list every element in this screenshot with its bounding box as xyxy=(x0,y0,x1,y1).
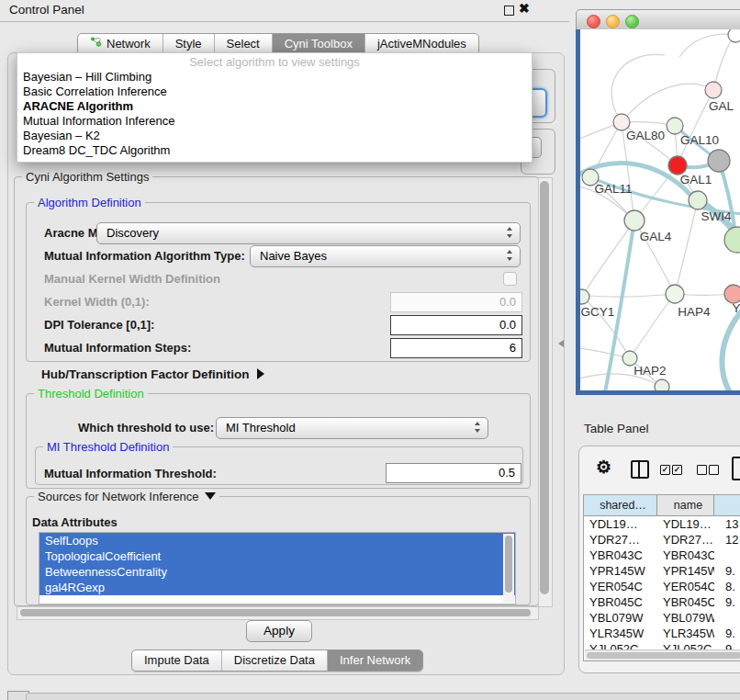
network-edge[interactable] xyxy=(630,294,675,358)
table-row[interactable]: YBR045CYBR045C9. xyxy=(584,594,740,610)
algorithm-option-dream8-dc-tdc-algorithm[interactable]: Dream8 DC_TDC Algorithm xyxy=(17,143,532,158)
attribute-item-betweennesscentrality[interactable]: BetweennessCentrality xyxy=(39,564,515,580)
list-scrollbar-thumb[interactable] xyxy=(505,536,512,593)
network-icon xyxy=(90,34,102,54)
table-row[interactable]: YBR043CYBR043C xyxy=(584,548,740,563)
network-canvas[interactable]: GALGAL80GAL10GAL1GAL11SWI4GAL4GCY1HAP4YH… xyxy=(576,29,740,395)
network-node-gal1[interactable] xyxy=(668,156,687,175)
table-row[interactable]: YDL19…YDL19…13 xyxy=(584,516,740,532)
minimize-traffic-light-icon[interactable] xyxy=(606,15,620,28)
checked-box-icon[interactable]: ✓ xyxy=(660,465,670,475)
attribute-item-gal4rgexp[interactable]: gal4RGexp xyxy=(39,580,515,595)
network-node-swi4[interactable] xyxy=(689,191,707,209)
table-row[interactable]: YJL052CYJL052C9 xyxy=(584,641,740,649)
mi-threshold-field[interactable]: 0.5 xyxy=(386,463,521,483)
attribute-item-selfloops[interactable]: SelfLoops xyxy=(39,533,515,548)
tab-select[interactable]: Select xyxy=(214,34,272,54)
settings-vertical-scrollbar-thumb[interactable] xyxy=(540,181,549,594)
column-header-col3[interactable] xyxy=(714,495,740,515)
network-view-window: GALGAL80GAL10GAL1GAL11SWI4GAL4GCY1HAP4YH… xyxy=(576,9,740,395)
control-panel-titlebar: Control Panel ✖ xyxy=(0,0,569,22)
algorithm-option-bayesian-hill-climbing[interactable]: Bayesian – Hill Climbing xyxy=(17,70,532,85)
column-header-name[interactable]: name xyxy=(657,495,714,515)
network-edge[interactable] xyxy=(580,294,675,297)
screen: Control Panel ✖ NetworkStyleSelectCyni T… xyxy=(0,0,740,700)
tab-jactivemnodules[interactable]: jActiveMNodules xyxy=(364,34,478,54)
which-threshold-select[interactable]: MI Threshold xyxy=(216,417,488,439)
table-row[interactable]: YLR345WYLR345W9. xyxy=(584,626,740,641)
network-node-gal[interactable] xyxy=(705,82,722,98)
table-horizontal-scrollbar[interactable] xyxy=(585,649,740,660)
settings-vertical-scrollbar[interactable] xyxy=(538,177,553,607)
column-header-shared[interactable]: shared… xyxy=(584,495,657,515)
unchecked-box-icon[interactable] xyxy=(697,465,707,475)
sources-group-title[interactable]: Sources for Network Inference xyxy=(34,490,219,503)
network-edge[interactable] xyxy=(611,54,665,122)
mi-steps-field[interactable]: 6 xyxy=(390,338,522,358)
hub-definition-toggle[interactable]: Hub/Transcription Factor Definition xyxy=(41,367,264,381)
splitter-collapse-arrow[interactable] xyxy=(558,340,564,347)
attribute-item-topologicalcoefficient[interactable]: TopologicalCoefficient xyxy=(39,548,515,564)
table-cell: 12 xyxy=(714,532,740,548)
network-node[interactable] xyxy=(708,150,730,172)
network-edge[interactable] xyxy=(713,35,735,90)
data-attributes-list[interactable]: SelfLoopsTopologicalCoefficientBetweenne… xyxy=(39,532,516,604)
close-traffic-light-icon[interactable] xyxy=(587,15,600,28)
aracne-mode-select[interactable]: Discovery xyxy=(96,222,521,244)
network-node-hap4[interactable] xyxy=(666,285,684,303)
table-row[interactable]: YBL079WYBL079W xyxy=(584,610,740,626)
file-icon[interactable] xyxy=(732,457,740,480)
algorithm-option-bayesian-k2[interactable]: Bayesian – K2 xyxy=(17,129,532,143)
float-window-icon[interactable] xyxy=(504,6,514,16)
dpi-tolerance-field[interactable]: 0.0 xyxy=(390,315,522,335)
zoom-traffic-light-icon[interactable] xyxy=(625,15,639,28)
tab-style[interactable]: Style xyxy=(163,34,214,54)
network-node-gal4[interactable] xyxy=(624,210,645,231)
network-node[interactable] xyxy=(655,379,669,390)
network-edge[interactable] xyxy=(679,34,735,57)
network-node-gal10[interactable] xyxy=(667,118,683,134)
node-label-gal4: GAL4 xyxy=(640,230,672,243)
algorithm-dropdown-placeholder: Select algorithm to view settings xyxy=(17,54,532,70)
table-row[interactable]: YPR145WYPR145W9. xyxy=(584,563,740,579)
checked-box-icon[interactable]: ✓ xyxy=(672,465,682,475)
table-cell: YBR043C xyxy=(657,548,714,563)
settings-horizontal-scrollbar[interactable] xyxy=(17,606,539,620)
algorithm-option-mutual-information-inference[interactable]: Mutual Information Inference xyxy=(17,114,532,129)
algorithm-option-basic-correlation-inference[interactable]: Basic Correlation Inference xyxy=(17,85,532,99)
list-scrollbar[interactable] xyxy=(503,534,514,603)
stepper-up-icon xyxy=(507,250,512,254)
network-node-y[interactable] xyxy=(724,285,740,303)
split-columns-icon[interactable] xyxy=(631,460,649,479)
network-node[interactable] xyxy=(728,29,740,42)
table-scrollbar-thumb[interactable] xyxy=(587,652,740,659)
kernel-width-label: Kernel Width (0,1): xyxy=(44,295,150,309)
network-edge[interactable] xyxy=(675,200,698,294)
network-node-gcy1[interactable] xyxy=(580,289,589,304)
table-row[interactable]: YDR27…YDR27…12 xyxy=(584,532,740,548)
settings-horizontal-scrollbar-thumb[interactable] xyxy=(20,609,531,616)
table-cell: 9. xyxy=(714,594,740,610)
tab-cyni-toolbox[interactable]: Cyni Toolbox xyxy=(272,34,364,54)
kernel-width-field[interactable]: 0.0 xyxy=(390,292,522,312)
gear-icon[interactable]: ⚙ xyxy=(596,457,611,478)
close-icon[interactable]: ✖ xyxy=(519,1,530,16)
tab-impute-data[interactable]: Impute Data xyxy=(132,650,221,671)
network-node[interactable] xyxy=(724,227,740,253)
mi-type-select[interactable]: Naive Bayes xyxy=(250,245,521,267)
tab-discretize-data[interactable]: Discretize Data xyxy=(221,650,327,671)
table-panel: ⚙ ✓ ✓ shared…name YDL19…YDL19…13YDR27…YD… xyxy=(578,446,740,673)
tab-network[interactable]: Network xyxy=(78,34,163,54)
network-graph[interactable]: GALGAL80GAL10GAL1GAL11SWI4GAL4GCY1HAP4YH… xyxy=(580,29,740,390)
table-cell: YPR145W xyxy=(584,563,657,579)
manual-kernel-checkbox[interactable] xyxy=(503,272,517,286)
mi-threshold-group-title: MI Threshold Definition xyxy=(43,440,173,454)
apply-button[interactable]: Apply xyxy=(246,620,312,642)
algorithm-option-aracne-algorithm[interactable]: ARACNE Algorithm xyxy=(17,99,532,114)
unchecked-box-icon[interactable] xyxy=(709,465,719,475)
stepper-up-icon xyxy=(507,227,512,231)
table-row[interactable]: YER054CYER054C8. xyxy=(584,579,740,594)
network-window-titlebar[interactable] xyxy=(576,9,740,31)
tab-infer-network[interactable]: Infer Network xyxy=(327,650,422,671)
bottom-panel-edge xyxy=(26,693,740,700)
